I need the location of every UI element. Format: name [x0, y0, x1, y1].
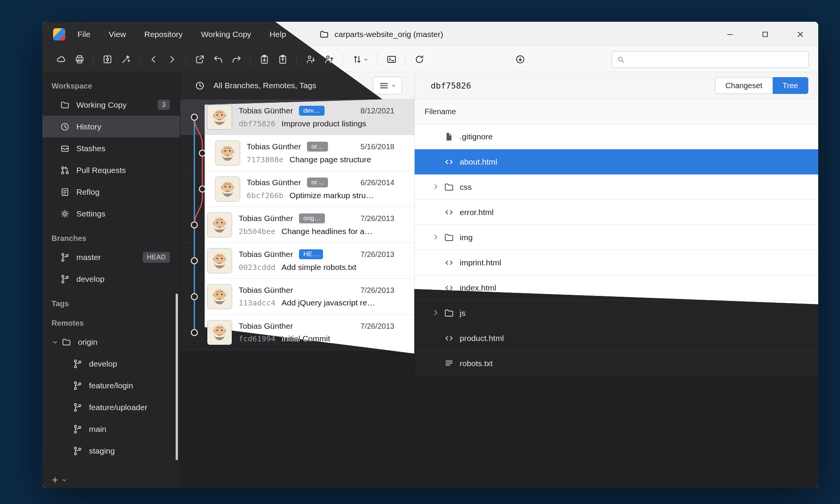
close-button[interactable]: [788, 26, 812, 43]
file-row[interactable]: .gitignore: [415, 124, 818, 149]
sidebar-scrollbar[interactable]: [176, 294, 178, 460]
commit-button[interactable]: [98, 50, 116, 69]
menu-file[interactable]: File: [78, 30, 90, 39]
sidebar-item-label: Working Copy: [76, 100, 127, 110]
menu-working-copy[interactable]: Working Copy: [201, 30, 251, 39]
chevron-down-icon[interactable]: [61, 477, 67, 483]
sidebar-item-branch-master[interactable]: master HEAD: [42, 246, 180, 268]
folder-row[interactable]: js: [415, 300, 818, 326]
sidebar-item-label: feature/login: [89, 381, 133, 390]
commit-row[interactable]: Tobias Günther dev… 8/12/2021 dbf75826 I…: [180, 99, 414, 135]
folder-row[interactable]: css: [415, 174, 818, 200]
commit-date: 8/12/2021: [360, 107, 414, 115]
file-row[interactable]: error.html: [415, 200, 818, 225]
commit-author: Tobias Günther: [239, 321, 293, 331]
folder-row[interactable]: img: [415, 225, 818, 250]
back-icon: [149, 54, 159, 65]
commit-author: Tobias Günther: [239, 214, 293, 223]
terminal-button[interactable]: [382, 50, 401, 69]
chevron-right-icon[interactable]: [431, 309, 441, 318]
redo-button[interactable]: [227, 50, 246, 69]
sidebar-item-label: origin: [78, 338, 97, 347]
toolbar-separator: [139, 53, 140, 66]
sidebar-item-stashes[interactable]: Stashes: [42, 137, 180, 159]
back-button[interactable]: [144, 50, 163, 69]
sidebar-item-branch-develop[interactable]: develop: [42, 268, 180, 290]
magic-wand-button[interactable]: [116, 50, 135, 69]
file-name: error.html: [460, 208, 494, 217]
sidebar-item-label: Stashes: [76, 144, 105, 153]
sidebar-item-history[interactable]: History: [42, 116, 180, 137]
printer-button[interactable]: [70, 50, 89, 69]
search-input[interactable]: [629, 55, 804, 64]
sidebar-item-label: feature/uploader: [89, 403, 147, 412]
share-button[interactable]: [191, 50, 209, 69]
branch-badge: dev…: [299, 106, 324, 116]
menu-help[interactable]: Help: [270, 30, 286, 39]
commit-row[interactable]: Tobias Günther 7/26/2013 fcd61994 Initia…: [180, 315, 414, 351]
add-button[interactable]: [51, 476, 59, 484]
view-toggle: Changeset Tree: [715, 77, 808, 94]
list-options-button[interactable]: [373, 77, 402, 94]
sidebar-item-label: Pull Requests: [76, 166, 126, 175]
tree-tab[interactable]: Tree: [773, 77, 808, 94]
file-row[interactable]: robots.txt: [415, 351, 818, 376]
chevron-right-icon[interactable]: [431, 233, 441, 242]
history-panel: All Branches, Remotes, Tags Tobias Günth…: [180, 72, 414, 488]
maximize-button[interactable]: [753, 26, 777, 43]
commit-row[interactable]: Tobias Günther or… 6/26/2014 6bcf266b Op…: [180, 171, 414, 207]
history-clock-icon: [195, 81, 205, 91]
code-file-icon: [444, 333, 454, 344]
commit-row[interactable]: Tobias Günther orig… 7/26/2013 2b504bee …: [180, 207, 414, 243]
working-copy-count-badge: 3: [158, 100, 170, 110]
sidebar-item-remote-main[interactable]: main: [42, 418, 180, 440]
folder-icon: [61, 337, 71, 347]
menu-view[interactable]: View: [109, 30, 126, 39]
sidebar-item-label: develop: [76, 275, 105, 284]
stash-apply-button[interactable]: [273, 50, 292, 69]
sidebar-item-working-copy[interactable]: Working Copy 3: [42, 94, 180, 116]
commit-info: Tobias Günther or… 5/16/2018 7173808e Ch…: [247, 142, 414, 164]
sidebar-item-remote-feature-uploader[interactable]: feature/uploader: [42, 396, 180, 418]
refresh-button[interactable]: [410, 50, 428, 69]
file-row[interactable]: index.html: [415, 275, 818, 300]
minimize-button[interactable]: [718, 26, 742, 43]
sidebar-item-remote-staging[interactable]: staging: [42, 440, 180, 462]
forward-button[interactable]: [163, 50, 181, 69]
sidebar-item-reflog[interactable]: Reflog: [42, 181, 180, 203]
menu-repository[interactable]: Repository: [144, 30, 183, 39]
push-button[interactable]: [320, 50, 338, 69]
commit-row[interactable]: Tobias Günther or… 5/16/2018 7173808e Ch…: [180, 135, 414, 171]
commit-hash: dbf75826: [239, 119, 275, 128]
code-file-icon: [444, 283, 454, 293]
selected-commit-hash: dbf75826: [431, 81, 471, 90]
cloud-button[interactable]: [52, 50, 70, 69]
pull-person-icon: [305, 54, 316, 65]
filename-column-label: Filename: [425, 107, 456, 116]
pull-button[interactable]: [301, 50, 320, 69]
sidebar-item-remote-develop[interactable]: develop: [42, 353, 180, 375]
chevron-down-icon[interactable]: [52, 339, 58, 346]
code-file-icon: [444, 207, 454, 218]
chevron-right-icon[interactable]: [431, 183, 441, 192]
file-row[interactable]: product.html: [415, 326, 818, 351]
sidebar-item-settings[interactable]: Settings: [42, 203, 180, 225]
stash-save-button[interactable]: [255, 50, 273, 69]
sidebar-item-remote-feature-login[interactable]: feature/login: [42, 375, 180, 396]
commit-row[interactable]: Tobias Günther 7/26/2013 113adcc4 Add jQ…: [180, 279, 414, 315]
compare-branches-button[interactable]: [347, 50, 373, 69]
commit-date: 7/26/2013: [360, 250, 414, 259]
sidebar-item-remote-origin[interactable]: origin: [42, 331, 180, 353]
download-button[interactable]: [511, 50, 529, 69]
changeset-tab[interactable]: Changeset: [715, 77, 773, 94]
avatar: [207, 284, 232, 309]
avatar: [215, 177, 240, 201]
branch-icon: [73, 381, 82, 391]
detail-panel: dbf75826 Changeset Tree Filename: [414, 72, 818, 488]
file-row[interactable]: about.html: [415, 149, 818, 174]
file-row[interactable]: imprint.html: [415, 250, 818, 275]
undo-button[interactable]: [209, 50, 227, 69]
commit-row[interactable]: Tobias Günther HE… 7/26/2013 0023cddd Ad…: [180, 243, 414, 279]
sidebar-item-pull-requests[interactable]: Pull Requests: [42, 159, 180, 181]
window-wrapper: File View Repository Working Copy Help c…: [42, 22, 818, 488]
